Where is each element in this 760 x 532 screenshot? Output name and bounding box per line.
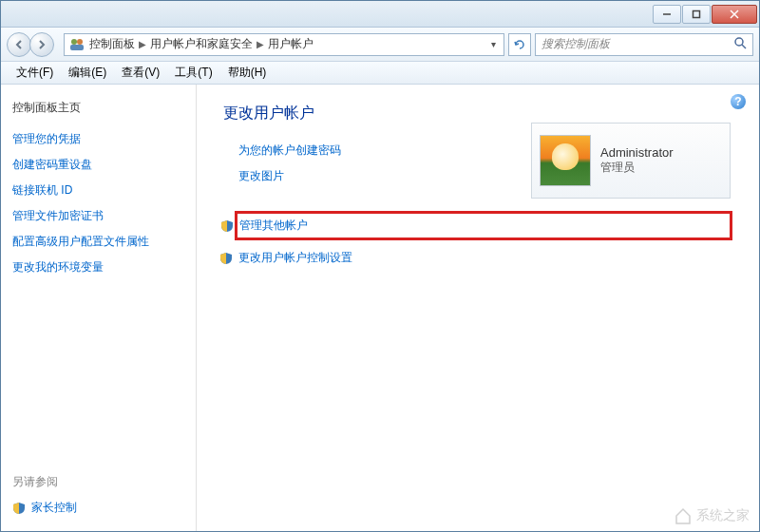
link-change-uac[interactable]: 更改用户帐户控制设置: [238, 250, 732, 266]
arrow-right-icon: [36, 39, 48, 50]
minimize-button[interactable]: [653, 5, 681, 24]
shield-icon: [219, 252, 233, 265]
menu-edit[interactable]: 编辑(E): [61, 65, 114, 81]
link-change-uac-label: 更改用户帐户控制设置: [238, 250, 352, 266]
menu-tools[interactable]: 工具(T): [167, 65, 219, 81]
refresh-button[interactable]: [508, 33, 531, 56]
parental-controls-label: 家长控制: [31, 500, 77, 516]
refresh-icon: [513, 38, 526, 51]
svg-line-8: [742, 45, 746, 48]
main-title: 更改用户帐户: [223, 104, 732, 124]
sidebar-link-encryption-cert[interactable]: 管理文件加密证书: [12, 208, 184, 224]
close-button[interactable]: [712, 5, 757, 24]
shield-icon: [220, 219, 234, 233]
menu-view[interactable]: 查看(V): [114, 65, 167, 81]
account-info: Administrator 管理员: [600, 145, 674, 176]
breadcrumb-part[interactable]: 控制面板: [89, 36, 135, 52]
main: 更改用户帐户 为您的帐户创建密码 更改图片 管理其他帐户 更改用户帐户控制设置 …: [197, 85, 759, 531]
titlebar: [1, 1, 759, 28]
breadcrumb-dropdown[interactable]: ▾: [487, 39, 500, 49]
sidebar-link-credentials[interactable]: 管理您的凭据: [12, 131, 184, 147]
arrow-left-icon: [13, 39, 25, 50]
user-accounts-icon: [68, 36, 86, 53]
menu-help[interactable]: 帮助(H): [220, 65, 275, 81]
sidebar-links: 管理您的凭据 创建密码重设盘 链接联机 ID 管理文件加密证书 配置高级用户配置…: [12, 131, 184, 276]
maximize-button[interactable]: [682, 5, 711, 24]
content: ? 控制面板主页 管理您的凭据 创建密码重设盘 链接联机 ID 管理文件加密证书…: [1, 85, 759, 531]
account-card[interactable]: Administrator 管理员: [531, 123, 731, 199]
see-also-label: 另请参阅: [12, 474, 184, 490]
breadcrumb-part[interactable]: 用户帐户: [268, 36, 314, 52]
breadcrumb[interactable]: 控制面板 ▶ 用户帐户和家庭安全 ▶ 用户帐户 ▾: [64, 33, 504, 56]
svg-rect-1: [694, 10, 700, 17]
svg-point-7: [735, 38, 743, 46]
nav-back-forward[interactable]: [7, 31, 60, 58]
sidebar-bottom: 另请参阅 家长控制: [12, 474, 184, 516]
svg-point-5: [77, 39, 83, 45]
navbar: 控制面板 ▶ 用户帐户和家庭安全 ▶ 用户帐户 ▾ 搜索控制面板: [1, 28, 759, 62]
search-input[interactable]: 搜索控制面板: [535, 33, 753, 56]
close-icon: [730, 10, 739, 19]
account-role: 管理员: [600, 160, 674, 176]
menu-file[interactable]: 文件(F): [9, 65, 61, 81]
highlighted-box: 管理其他帐户: [235, 211, 732, 240]
sidebar-title[interactable]: 控制面板主页: [12, 100, 184, 116]
search-icon[interactable]: [733, 36, 747, 52]
breadcrumb-part[interactable]: 用户帐户和家庭安全: [150, 36, 253, 52]
account-name: Administrator: [600, 145, 674, 160]
link-manage-other-accounts-label: 管理其他帐户: [239, 218, 308, 234]
minimize-icon: [662, 10, 672, 19]
forward-button[interactable]: [29, 32, 54, 57]
sidebar-link-password-reset[interactable]: 创建密码重设盘: [12, 157, 184, 173]
sidebar-link-online-id[interactable]: 链接联机 ID: [12, 182, 184, 199]
sidebar: 控制面板主页 管理您的凭据 创建密码重设盘 链接联机 ID 管理文件加密证书 配…: [1, 85, 197, 531]
sidebar-link-advanced-profile[interactable]: 配置高级用户配置文件属性: [12, 234, 184, 250]
chevron-right-icon: ▶: [256, 39, 264, 49]
back-button[interactable]: [7, 32, 31, 57]
maximize-icon: [692, 10, 701, 19]
link-manage-other-accounts[interactable]: 管理其他帐户: [239, 218, 308, 234]
svg-rect-6: [70, 45, 84, 50]
menubar: 文件(F) 编辑(E) 查看(V) 工具(T) 帮助(H): [1, 62, 759, 85]
svg-point-4: [71, 39, 77, 45]
shield-icon: [12, 502, 26, 515]
chevron-right-icon: ▶: [139, 39, 146, 49]
account-picture: [540, 135, 591, 186]
sidebar-link-env-vars[interactable]: 更改我的环境变量: [12, 259, 184, 276]
parental-controls-link[interactable]: 家长控制: [12, 500, 184, 516]
search-placeholder: 搜索控制面板: [542, 36, 610, 52]
